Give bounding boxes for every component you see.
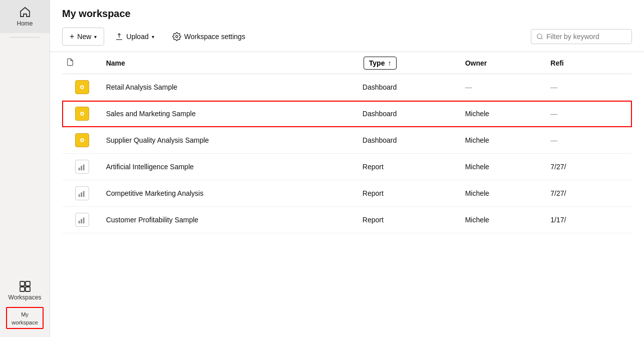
col-header-type[interactable]: Type ↑ bbox=[359, 52, 461, 74]
header: My workspace + New ▾ Upload ▾ bbox=[50, 0, 644, 52]
row-name: Retail Analysis Sample bbox=[102, 74, 359, 101]
svg-rect-23 bbox=[83, 191, 85, 197]
row-refresh: 1/17/ bbox=[546, 207, 632, 233]
new-button[interactable]: + New ▾ bbox=[62, 28, 104, 46]
page-title: My workspace bbox=[62, 8, 632, 20]
table-row[interactable]: Sales and Marketing SampleDashboardMiche… bbox=[62, 101, 632, 127]
type-header-label: Type bbox=[369, 59, 385, 67]
row-name: Competitive Marketing Analysis bbox=[102, 180, 359, 207]
row-icon-cell bbox=[62, 127, 102, 154]
new-button-label: New bbox=[77, 33, 91, 41]
workspaces-label: Workspaces bbox=[9, 294, 42, 301]
svg-point-6 bbox=[175, 36, 178, 38]
col-header-refresh: Refi bbox=[546, 52, 632, 74]
row-owner: Michele bbox=[461, 207, 547, 233]
svg-point-14 bbox=[81, 113, 83, 115]
svg-rect-24 bbox=[79, 221, 80, 223]
upload-chevron-icon: ▾ bbox=[152, 34, 154, 40]
gear-icon bbox=[172, 32, 181, 41]
svg-point-7 bbox=[537, 34, 542, 39]
svg-rect-0 bbox=[20, 281, 25, 286]
row-icon-cell bbox=[62, 101, 102, 127]
table-row[interactable]: Customer Profitability SampleReportMiche… bbox=[62, 207, 632, 233]
row-type: Report bbox=[359, 207, 461, 233]
svg-rect-19 bbox=[81, 166, 82, 170]
row-owner: — bbox=[461, 74, 547, 101]
report-icon bbox=[75, 160, 89, 174]
table-row[interactable]: Artificial Intelligence SampleReportMich… bbox=[62, 154, 632, 180]
filter-input-wrap bbox=[531, 29, 632, 44]
sidebar: Home Workspaces My workspace bbox=[0, 0, 50, 337]
upload-icon bbox=[115, 33, 123, 41]
table-body: Retail Analysis SampleDashboard—— Sales … bbox=[62, 74, 632, 233]
row-refresh: — bbox=[546, 74, 632, 101]
row-icon-cell bbox=[62, 154, 102, 180]
dashboard-icon bbox=[75, 107, 89, 121]
row-refresh: 7/27/ bbox=[546, 154, 632, 180]
col-header-owner: Owner bbox=[461, 52, 547, 74]
svg-point-11 bbox=[81, 86, 83, 88]
row-name: Artificial Intelligence Sample bbox=[102, 154, 359, 180]
dashboard-icon bbox=[75, 133, 89, 147]
svg-rect-26 bbox=[83, 218, 85, 224]
report-icon bbox=[75, 213, 89, 227]
row-refresh: 7/27/ bbox=[546, 180, 632, 207]
home-icon bbox=[19, 6, 31, 18]
my-workspace-nav-label: My workspace bbox=[12, 311, 38, 325]
sidebar-divider bbox=[10, 37, 40, 38]
toolbar: + New ▾ Upload ▾ Workspac bbox=[62, 28, 632, 52]
filter-keyword-input[interactable] bbox=[546, 33, 626, 41]
col-header-name: Name bbox=[102, 52, 359, 74]
row-owner: Michele bbox=[461, 101, 547, 127]
row-refresh: — bbox=[546, 101, 632, 127]
row-type: Dashboard bbox=[359, 101, 461, 127]
plus-icon: + bbox=[70, 32, 74, 41]
workspace-settings-button[interactable]: Workspace settings bbox=[165, 28, 252, 45]
my-workspace-nav[interactable]: My workspace bbox=[6, 307, 44, 329]
upload-button[interactable]: Upload ▾ bbox=[108, 29, 161, 45]
table-header-row: Name Type ↑ Owner Refi bbox=[62, 52, 632, 74]
table-container: Name Type ↑ Owner Refi Retail Analysis S… bbox=[50, 52, 644, 337]
workspace-settings-label: Workspace settings bbox=[184, 33, 245, 41]
svg-rect-1 bbox=[26, 281, 30, 286]
row-owner: Michele bbox=[461, 180, 547, 207]
file-icon bbox=[66, 58, 74, 66]
row-type: Report bbox=[359, 154, 461, 180]
row-type: Dashboard bbox=[359, 74, 461, 101]
sort-asc-icon: ↑ bbox=[388, 59, 391, 67]
svg-rect-20 bbox=[83, 165, 85, 171]
type-sort-button[interactable]: Type ↑ bbox=[364, 57, 397, 70]
upload-button-label: Upload bbox=[126, 33, 148, 41]
table-row[interactable]: Supplier Quality Analysis SampleDashboar… bbox=[62, 127, 632, 154]
dashboard-icon bbox=[75, 80, 89, 94]
svg-rect-2 bbox=[20, 287, 25, 291]
table-row[interactable]: Competitive Marketing AnalysisReportMich… bbox=[62, 180, 632, 207]
row-refresh: — bbox=[546, 127, 632, 154]
main-content: My workspace + New ▾ Upload ▾ bbox=[50, 0, 644, 337]
sidebar-item-home[interactable]: Home bbox=[0, 0, 50, 33]
row-icon-cell bbox=[62, 74, 102, 101]
row-owner: Michele bbox=[461, 127, 547, 154]
search-icon bbox=[536, 33, 543, 40]
chevron-down-icon: ▾ bbox=[94, 34, 97, 40]
row-owner: Michele bbox=[461, 154, 547, 180]
home-label: Home bbox=[17, 20, 33, 27]
svg-line-8 bbox=[541, 38, 543, 40]
row-name: Sales and Marketing Sample bbox=[102, 101, 359, 127]
workspaces-icon bbox=[19, 280, 31, 292]
row-icon-cell bbox=[62, 207, 102, 233]
workspace-table: Name Type ↑ Owner Refi Retail Analysis S… bbox=[62, 52, 632, 233]
table-row[interactable]: Retail Analysis SampleDashboard—— bbox=[62, 74, 632, 101]
row-type: Report bbox=[359, 180, 461, 207]
svg-rect-21 bbox=[79, 194, 80, 197]
svg-rect-25 bbox=[81, 219, 82, 223]
row-name: Customer Profitability Sample bbox=[102, 207, 359, 233]
svg-point-17 bbox=[81, 139, 83, 141]
row-icon-cell bbox=[62, 180, 102, 207]
row-name: Supplier Quality Analysis Sample bbox=[102, 127, 359, 154]
svg-rect-22 bbox=[81, 192, 82, 197]
svg-rect-18 bbox=[79, 168, 80, 170]
col-header-icon bbox=[62, 52, 102, 74]
sidebar-item-workspaces[interactable]: Workspaces My workspace bbox=[0, 274, 50, 337]
row-type: Dashboard bbox=[359, 127, 461, 154]
